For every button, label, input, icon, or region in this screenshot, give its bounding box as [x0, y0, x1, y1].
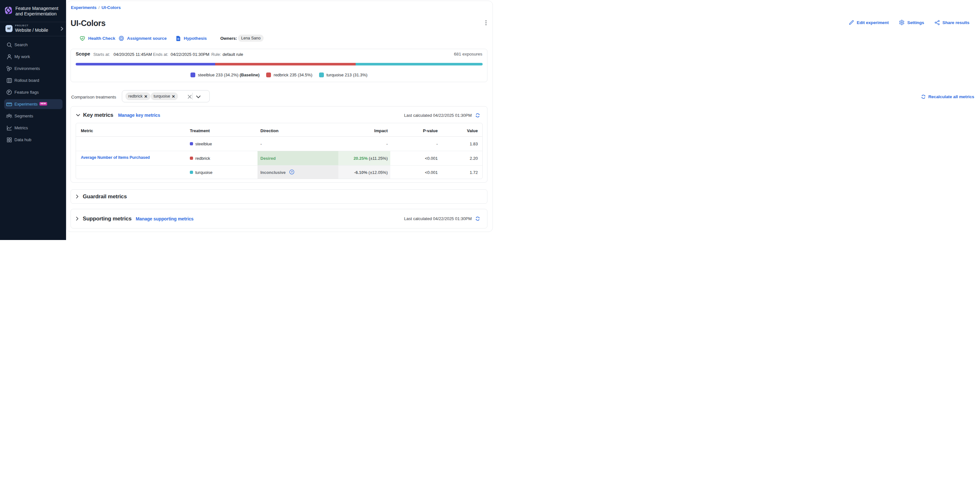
svg-text:?: ? — [291, 170, 293, 174]
